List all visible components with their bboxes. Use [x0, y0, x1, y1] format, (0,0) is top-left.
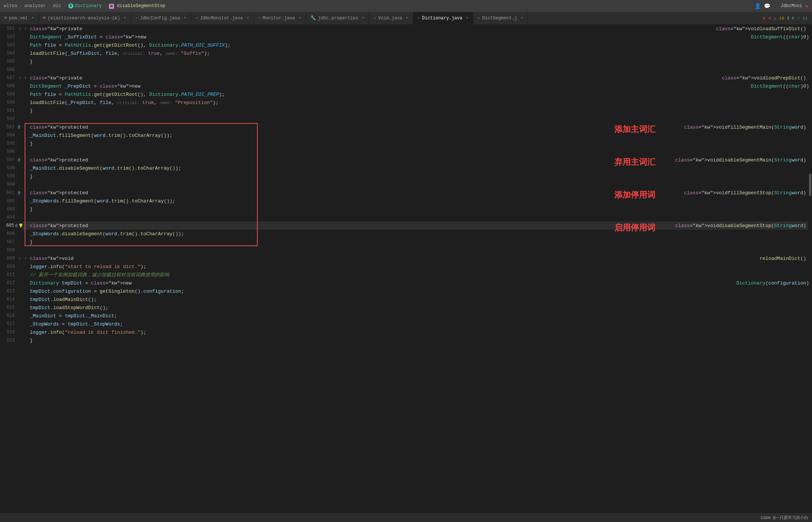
- tab-close[interactable]: ×: [362, 16, 364, 20]
- code-line-609: ⊖ class="kw">void reloadMainDict() {: [22, 254, 812, 262]
- tab-icon-java4: ○: [374, 16, 376, 20]
- sep1: ›: [19, 3, 22, 9]
- window-title: JdbcMoni: [781, 3, 802, 9]
- code-line-584: loadDictFile(_SuffixDict, file, critical…: [22, 49, 812, 57]
- code-line-605: class="kw">protected class="kw">void dis…: [22, 221, 812, 230]
- tab-icon-xml: m: [4, 16, 7, 20]
- tab-label: Monitor.java: [263, 16, 295, 21]
- code-line-599: }: [22, 172, 812, 180]
- tab-label: DictSegment.j: [482, 16, 517, 21]
- tab-monitor[interactable]: ○ Monitor.java ×: [254, 12, 305, 24]
- info-icon: ℹ: [787, 16, 789, 21]
- tab-label: jdbc.properties: [318, 16, 358, 21]
- code-line-612: Dictionary tmpDict = class="kw">new Dict…: [22, 279, 812, 287]
- scroll-track[interactable]: [808, 25, 812, 522]
- tab-close[interactable]: ×: [184, 16, 186, 20]
- code-area[interactable]: ⊖ class="kw">private class="kw">void loa…: [22, 25, 812, 522]
- code-line-614: tmpDict.loadMainDict();: [22, 295, 812, 304]
- code-line-593: class="kw">protected class="kw">void fil…: [22, 123, 812, 131]
- tab-label: (elasticsearch-analysis-ik): [47, 16, 120, 21]
- error-count: 4: [768, 16, 771, 21]
- code-line-586: [22, 66, 812, 74]
- status-right: CSDN @一只爱学习的小白: [761, 515, 808, 521]
- code-line-596: [22, 148, 812, 156]
- tab-dictionary-java[interactable]: ○ Dictionary.java ×: [413, 12, 473, 24]
- tab-jdbc-properties[interactable]: 🔧 jdbc.properties ×: [306, 12, 369, 24]
- code-line-587: ⊖ class="kw">private class="kw">void loa…: [22, 74, 812, 82]
- editor-container: 581 ▽ 582 583 584 585 586 587 ▽ 588 589 …: [0, 25, 812, 522]
- tab-label: pom.xml: [9, 16, 28, 21]
- breadcrumb-dictionary: D Dictionary: [68, 3, 102, 9]
- ok-icon: ✓: [797, 16, 800, 21]
- code-line-597: class="kw">protected class="kw">void dis…: [22, 156, 812, 164]
- tab-icon-xml2: m: [43, 16, 45, 20]
- tab-dict-segment[interactable]: ○ DictSegment.j ×: [473, 12, 528, 24]
- tab-jdbc-monitor[interactable]: ○ JdbcMonitor.java ×: [191, 12, 254, 24]
- code-line-595: }: [22, 139, 812, 148]
- code-line-601: class="kw">protected class="kw">void fil…: [22, 189, 812, 197]
- tab-close[interactable]: ×: [299, 16, 301, 20]
- code-line-618: logger.info("reload ik dict finished.");: [22, 328, 812, 336]
- scroll-thumb[interactable]: [809, 174, 811, 196]
- code-line-592: [22, 115, 812, 123]
- code-line-590: loadDictFile(_PrepDict, file, critical: …: [22, 98, 812, 107]
- chat-icon[interactable]: 💬: [764, 3, 770, 9]
- close-icon[interactable]: ✕: [805, 3, 808, 9]
- code-line-619: }: [22, 336, 812, 345]
- sep4: ›: [104, 3, 107, 9]
- tab-label: Void.java: [378, 16, 402, 21]
- code-line-608: [22, 246, 812, 254]
- tab-close[interactable]: ×: [124, 16, 126, 20]
- tab-elasticsearch[interactable]: m (elasticsearch-analysis-ik) ×: [38, 12, 131, 24]
- tab-close[interactable]: ×: [406, 16, 408, 20]
- breadcrumb-analyzer: analyzer: [24, 3, 46, 9]
- tab-bar: m pom.xml × m (elasticsearch-analysis-ik…: [0, 12, 812, 25]
- ok-count: 11: [803, 16, 808, 21]
- breadcrumb-dic: dic: [53, 3, 61, 9]
- code-line-604: [22, 213, 812, 221]
- title-bar-right: 👤 💬 JdbcMoni ✕: [755, 3, 808, 9]
- code-line-615: tmpDict.loadStopWordDict();: [22, 304, 812, 312]
- warning-icon: ⚠: [774, 16, 777, 21]
- warning-count: 19: [779, 16, 784, 21]
- code-line-603: }: [22, 205, 812, 213]
- code-line-588: DictSegment _PrepDict = class="kw">new D…: [22, 82, 812, 90]
- breadcrumb-wltea: wltea: [4, 3, 17, 9]
- tab-label: JdbcConfig.java: [140, 16, 180, 21]
- tab-label: JdbcMonitor.java: [200, 16, 243, 21]
- user-icon[interactable]: 👤: [755, 3, 761, 9]
- info-count: 6: [792, 16, 794, 21]
- tab-icon-java2: ○: [195, 16, 198, 20]
- title-bar: wltea › analyzer › dic › D Dictionary › …: [0, 0, 812, 12]
- code-line-613: tmpDict.configuration = getSingleton().c…: [22, 287, 812, 295]
- tab-icon-java5: ○: [418, 16, 420, 20]
- code-line-600: [22, 180, 812, 189]
- tab-close[interactable]: ×: [31, 16, 34, 20]
- code-line-617: _StopWords = tmpDict._StopWords;: [22, 320, 812, 328]
- code-line-616: _MainDict = tmpDict._MainDict;: [22, 312, 812, 320]
- tab-jdbc-config[interactable]: ○ JdbcConfig.java ×: [131, 12, 191, 24]
- code-line-602: _StopWords.fillSegment(word.trim().toCha…: [22, 197, 812, 205]
- tab-close[interactable]: ×: [466, 16, 468, 20]
- tab-icon-props: 🔧: [310, 15, 316, 21]
- tab-close[interactable]: ×: [521, 16, 523, 20]
- code-line-591: }: [22, 107, 812, 115]
- gutter: 581 ▽ 582 583 584 585 586 587 ▽ 588 589 …: [0, 25, 22, 522]
- tab-pom-xml[interactable]: m pom.xml ×: [0, 12, 38, 24]
- tab-icon-java1: ○: [135, 16, 138, 20]
- warnings-badge: ⊗ 4 ⚠ 19 ℹ 6 ✓ 11: [759, 12, 812, 24]
- code-line-610: logger.info("start to reload ik dict.");: [22, 262, 812, 271]
- code-line-598: _MainDict.disableSegment(word.trim().toC…: [22, 164, 812, 172]
- tab-close[interactable]: ×: [247, 16, 249, 20]
- breadcrumb-method: m disableSegmentStop: [109, 3, 165, 9]
- error-icon: ⊗: [763, 16, 766, 21]
- tab-icon-java3: ○: [258, 16, 260, 20]
- code-line-606: _StopWords.disableSegment(word.trim().to…: [22, 230, 812, 238]
- tab-void-java[interactable]: ○ Void.java ×: [369, 12, 413, 24]
- tab-label: Dictionary.java: [422, 16, 463, 21]
- tab-icon-java6: ○: [478, 16, 480, 20]
- code-line-581: ⊖ class="kw">private class="kw">void loa…: [22, 25, 812, 33]
- sep2: ›: [48, 3, 51, 9]
- code-line-583: Path file = PathUtils.get(getDictRoot(),…: [22, 41, 812, 49]
- code-line-611: // 新开一个实例加载词典，减少加载过程对当前词典使用的影响: [22, 271, 812, 279]
